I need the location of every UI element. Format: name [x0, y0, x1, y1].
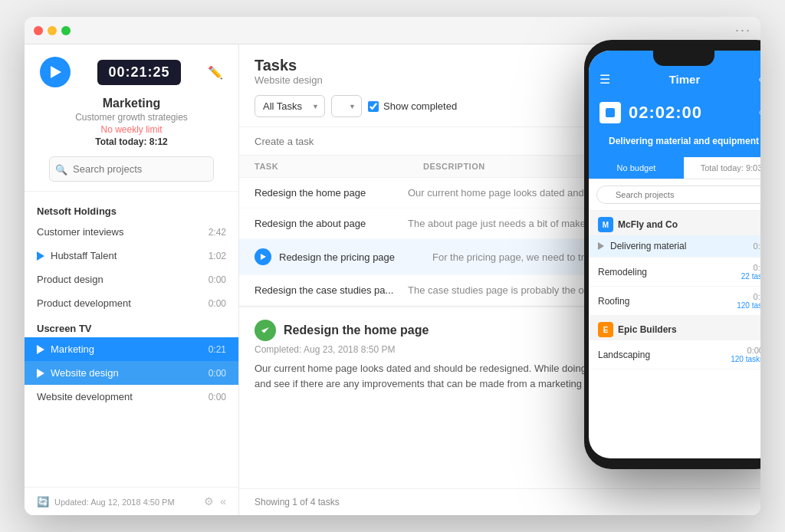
- project-time-label: 2:42: [209, 227, 226, 238]
- task-name-label: Redesign the pricing page: [279, 251, 432, 263]
- task-play-icon: [261, 254, 266, 260]
- phone-proj-time: 0:00: [737, 292, 760, 301]
- phone-project-item-delivering[interactable]: Delivering material 0:00: [589, 235, 760, 258]
- playing-icon: [37, 251, 44, 261]
- project-item-website-development[interactable]: Website development 0:00: [25, 385, 238, 409]
- task-play-button[interactable]: [255, 248, 271, 265]
- phone-proj-time: 0:00: [741, 263, 760, 272]
- phone-menu-icon[interactable]: ☰: [599, 72, 610, 87]
- all-tasks-wrapper: All Tasks: [255, 95, 325, 117]
- more-options-icon[interactable]: ···: [735, 22, 751, 38]
- phone-proj-tasks: 120 tasks: [737, 301, 760, 310]
- phone-proj-tasks: 22 tasks: [741, 272, 760, 281]
- show-completed-label[interactable]: Show completed: [368, 100, 457, 112]
- app-window: ··· 00:21:25 ✏️ Marketing Customer growt…: [25, 17, 760, 515]
- phone-edit-small-icon[interactable]: ✏: [759, 107, 760, 119]
- total-today-label: Total today: 8:12: [40, 136, 223, 147]
- search-projects-input[interactable]: [49, 156, 214, 182]
- phone-group-name-mcfly: McFly and Co: [618, 219, 678, 230]
- phone-proj-name: Roofing: [598, 296, 737, 307]
- group-header-uscreen: Uscreen TV: [25, 315, 238, 337]
- phone-proj-name: Delivering material: [610, 241, 754, 251]
- current-project-name: Marketing: [40, 97, 223, 110]
- minimize-button[interactable]: [48, 26, 57, 35]
- search-projects-icon: 🔍: [55, 163, 67, 175]
- phone-project-item-remodeling[interactable]: Remodeling 0:00 22 tasks: [589, 258, 760, 287]
- phone-proj-right: 0:00 120 tasks: [737, 292, 760, 310]
- projects-list: Netsoft Holdings Customer inteviews 2:42…: [25, 192, 238, 487]
- phone-group-epic: E Epic Builders: [589, 316, 760, 340]
- current-project-subtitle: Customer growth strategies: [40, 112, 223, 123]
- project-item-product-development[interactable]: Product development 0:00: [25, 291, 238, 315]
- project-item-marketing[interactable]: Marketing 0:21: [25, 337, 238, 361]
- task-detail-icon: [255, 320, 276, 341]
- phone-group-name-epic: Epic Builders: [618, 324, 677, 335]
- weekly-limit-label: No weekly limit: [40, 124, 223, 135]
- phone-title: Timer: [669, 73, 701, 86]
- phone-stop-button[interactable]: [599, 102, 621, 123]
- phone-time-display: 02:02:00: [629, 103, 751, 123]
- phone-proj-right: 0:00 120 tasks: [731, 346, 760, 363]
- sidebar-footer: 🔄 Updated: Aug 12, 2018 4:50 PM ⚙ «: [25, 487, 238, 515]
- phone-overlay: ☰ Timer ✏ 02:02:00 ✏ Delivering material…: [584, 40, 760, 469]
- task-name-label: Redesign the home page: [255, 187, 408, 199]
- phone-proj-time: 0:00: [754, 241, 760, 251]
- tasks-footer: Showing 1 of 4 tasks: [239, 488, 760, 515]
- phone-stats-bar: No budget Total today: 9:03: [589, 157, 760, 179]
- timer-controls: 00:21:25 ✏️: [40, 57, 223, 87]
- phone-task-label: Delivering material and equipment: [589, 136, 760, 157]
- project-name-label: Product development: [37, 297, 209, 309]
- phone-proj-right: 0:00 22 tasks: [741, 263, 760, 281]
- project-time-label: 0:00: [209, 392, 226, 402]
- project-time-label: 1:02: [209, 251, 226, 261]
- task-name-label: Redesign the case studies pa...: [255, 284, 408, 296]
- project-item-website-design[interactable]: Website design 0:00: [25, 361, 238, 385]
- phone-shell: ☰ Timer ✏ 02:02:00 ✏ Delivering material…: [584, 40, 760, 469]
- phone-proj-right: 0:00: [754, 241, 760, 251]
- phone-total-today-stat[interactable]: Total today: 9:03: [684, 157, 760, 179]
- secondary-select[interactable]: [331, 95, 362, 117]
- project-item-customer-inteviews[interactable]: Customer inteviews 2:42: [25, 220, 238, 244]
- phone-search-input[interactable]: [596, 186, 760, 204]
- show-completed-checkbox[interactable]: [368, 101, 379, 112]
- project-name-label: Marketing: [51, 343, 209, 355]
- project-item-hubstaff-talent[interactable]: Hubstaff Talent 1:02: [25, 244, 238, 268]
- collapse-icon[interactable]: «: [220, 495, 226, 507]
- project-name-label: Customer inteviews: [37, 226, 209, 238]
- project-item-product-design[interactable]: Product design 0:00: [25, 268, 238, 291]
- play-button[interactable]: [40, 57, 71, 87]
- phone-proj-name: Landscaping: [598, 350, 731, 360]
- phone-proj-tasks: 120 tasks: [731, 355, 760, 363]
- task-column-header: TASK: [255, 162, 423, 171]
- phone-play-arrow-icon: [598, 242, 604, 250]
- phone-no-budget-stat[interactable]: No budget: [589, 157, 684, 179]
- phone-project-item-landscaping[interactable]: Landscaping 0:00 120 tasks ›: [589, 340, 760, 369]
- maximize-button[interactable]: [61, 26, 71, 35]
- project-time-label: 0:00: [209, 298, 226, 309]
- timer-display: 00:21:25: [97, 60, 180, 85]
- project-name-label: Product design: [37, 274, 209, 285]
- sidebar-header: 00:21:25 ✏️ Marketing Customer growth st…: [25, 44, 238, 192]
- secondary-select-wrapper: [331, 95, 362, 117]
- phone-group-icon-mcfly: M: [598, 217, 613, 232]
- phone-group-mcfly: M McFly and Co: [589, 211, 760, 235]
- all-tasks-select[interactable]: All Tasks: [255, 95, 325, 117]
- phone-search-wrapper: [589, 179, 760, 211]
- project-time-label: 0:00: [209, 274, 226, 285]
- play-icon: [51, 66, 61, 78]
- close-button[interactable]: [34, 26, 43, 35]
- edit-timer-button[interactable]: ✏️: [208, 65, 223, 80]
- group-header-netsoft: Netsoft Holdings: [25, 198, 238, 220]
- phone-proj-name: Remodeling: [598, 267, 741, 277]
- phone-project-item-roofing[interactable]: Roofing 0:00 120 tasks: [589, 287, 760, 316]
- playing-icon: [37, 345, 44, 354]
- phone-edit-icon[interactable]: ✏: [759, 74, 760, 86]
- playing-icon: [37, 369, 44, 378]
- filter-icon[interactable]: ⚙: [204, 495, 214, 507]
- phone-proj-time: 0:00: [731, 346, 760, 355]
- task-detail-title: Redesign the home page: [284, 323, 429, 337]
- sidebar: 00:21:25 ✏️ Marketing Customer growth st…: [25, 44, 239, 515]
- traffic-lights: [34, 26, 71, 35]
- phone-screen: ☰ Timer ✏ 02:02:00 ✏ Delivering material…: [589, 51, 760, 458]
- task-name-label: Redesign the about page: [255, 218, 408, 229]
